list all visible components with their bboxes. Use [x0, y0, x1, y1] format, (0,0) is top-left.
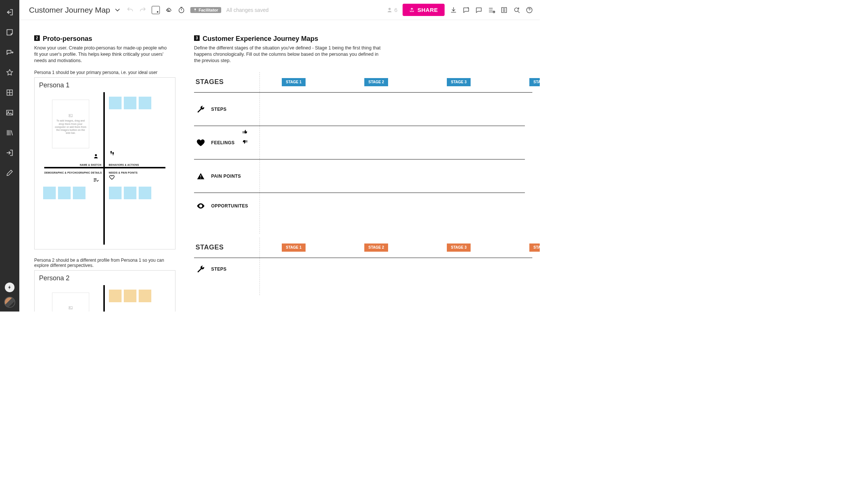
stage-chip[interactable]: STAGE 3	[447, 78, 471, 86]
section-title-journey: 3 Customer Experience Journey Maps	[194, 35, 540, 43]
stage-chip[interactable]: STAGE 2	[364, 243, 388, 252]
comment-arrow-icon[interactable]	[4, 47, 15, 58]
heart-icon	[196, 138, 206, 148]
pain-points-row: PAIN POINTS	[194, 159, 540, 193]
wrench-icon	[196, 104, 206, 114]
image-drop-zone[interactable]: To add images, drag and drop them from y…	[52, 293, 89, 312]
pencil-icon[interactable]	[4, 167, 15, 178]
outline-icon[interactable]	[500, 6, 508, 14]
journey-section: 3 Customer Experience Journey Maps Defin…	[194, 35, 540, 312]
journey-map-2: STAGES STAGE 1 STAGE 2 STAGE 3 STAGE 4 S…	[194, 238, 540, 280]
search-plus-icon[interactable]	[513, 6, 520, 14]
feelings-row: FEELINGS	[194, 126, 540, 159]
steps-label: STEPS	[211, 107, 226, 112]
import-icon[interactable]	[4, 147, 15, 158]
share-button-label: SHARE	[417, 7, 438, 13]
svg-point-13	[113, 155, 114, 155]
persona2-title: Persona 2	[39, 274, 171, 282]
persona1-grid: To add images, drag and drop them from y…	[39, 92, 171, 245]
share-button[interactable]: SHARE	[403, 4, 445, 16]
participant-count[interactable]: 6	[386, 7, 397, 13]
chat-plus-icon[interactable]	[462, 6, 470, 14]
quad-label-name: NAME & SKETCH	[80, 164, 101, 166]
square-dot-icon[interactable]	[152, 6, 160, 14]
topbar: Customer Journey Map Facilitator All cha…	[19, 0, 540, 20]
stage-chip[interactable]: STAGE 4	[529, 243, 540, 252]
persona2-card[interactable]: Persona 2 To add images, drag and drop t…	[34, 270, 175, 312]
participant-count-value: 6	[394, 7, 397, 13]
persona1-card[interactable]: Persona 1 To add images, drag and drop t…	[34, 77, 175, 249]
stages-label: STAGES	[196, 78, 224, 86]
chevron-down-icon[interactable]	[114, 6, 121, 14]
opportunities-label: OPPORTUNITES	[211, 203, 248, 209]
wrench-icon	[196, 264, 206, 274]
image-drop-text: To add images, drag and drop them from y…	[55, 119, 86, 135]
download-icon[interactable]	[450, 6, 457, 14]
stages-label: STAGES	[196, 243, 224, 251]
library-icon[interactable]	[4, 127, 15, 138]
section-number: 2	[34, 35, 40, 41]
sticky-note[interactable]	[139, 97, 151, 109]
board-title[interactable]: Customer Journey Map	[29, 6, 110, 14]
canvas[interactable]: 2 Proto-personas Know your user. Create …	[19, 20, 540, 312]
heart-outline-icon	[109, 174, 116, 181]
footsteps-icon	[109, 150, 116, 157]
stages-row: STAGES STAGE 1 STAGE 2 STAGE 3 STAGE 4	[194, 72, 540, 92]
svg-point-12	[112, 152, 114, 154]
sticky-note[interactable]	[58, 187, 71, 199]
svg-point-16	[200, 205, 201, 207]
user-avatar[interactable]	[4, 297, 15, 308]
svg-point-11	[110, 154, 112, 154]
stages-row: STAGES STAGE 1 STAGE 2 STAGE 3 STAGE 4	[194, 238, 540, 258]
stage-chip[interactable]: STAGE 2	[364, 78, 388, 86]
journey-map-1: STAGES STAGE 1 STAGE 2 STAGE 3 STAGE 4 S…	[194, 72, 540, 219]
sticky-note[interactable]	[73, 187, 85, 199]
persona2-hint: Persona 2 should be a different profile …	[34, 258, 175, 268]
steps-row: STEPS	[194, 93, 540, 126]
chat-icon[interactable]	[475, 6, 483, 14]
quad-label-needs: NEEDS & PAIN POINTS	[109, 171, 138, 174]
exit-icon[interactable]	[4, 7, 15, 18]
redo-icon[interactable]	[139, 6, 146, 14]
section-title-personas: 2 Proto-personas	[34, 35, 175, 43]
sticky-note[interactable]	[109, 187, 122, 199]
section-title-text: Customer Experience Journey Maps	[203, 35, 318, 43]
eye-icon	[196, 201, 206, 211]
stage-chip[interactable]: STAGE 1	[282, 243, 306, 252]
sticky-note[interactable]	[124, 187, 136, 199]
sticky-note[interactable]	[109, 290, 122, 302]
left-rail	[0, 0, 19, 312]
sticky-note[interactable]	[43, 187, 56, 199]
main-area: Customer Journey Map Facilitator All cha…	[19, 0, 540, 312]
stage-chip[interactable]: STAGE 3	[447, 243, 471, 252]
save-status: All changes saved	[226, 7, 269, 13]
facilitator-badge-label: Facilitator	[199, 8, 218, 12]
section-title-text: Proto-personas	[43, 35, 92, 43]
person-icon	[93, 153, 100, 160]
warning-icon	[196, 171, 206, 181]
timer-icon[interactable]	[178, 6, 185, 14]
bolt-icon[interactable]	[5, 283, 14, 292]
facilitator-badge[interactable]: Facilitator	[190, 7, 221, 13]
svg-point-10	[110, 151, 112, 153]
sticky-note[interactable]	[124, 97, 136, 109]
sticky-note[interactable]	[109, 97, 122, 109]
image-icon[interactable]	[4, 107, 15, 118]
svg-point-6	[514, 8, 518, 12]
grid-icon[interactable]	[4, 87, 15, 98]
sticky-note[interactable]	[124, 290, 136, 302]
help-icon[interactable]	[526, 6, 533, 14]
sticky-note[interactable]	[139, 290, 151, 302]
undo-icon[interactable]	[126, 6, 134, 14]
persona1-title: Persona 1	[39, 81, 171, 89]
image-drop-zone[interactable]: To add images, drag and drop them from y…	[52, 100, 89, 148]
stage-chip[interactable]: STAGE 4	[529, 78, 540, 86]
activity-icon[interactable]	[488, 6, 495, 14]
thumbs-down-icon	[242, 139, 248, 146]
steps-label: STEPS	[211, 267, 226, 272]
private-mode-icon[interactable]	[165, 6, 172, 14]
sticky-note-icon[interactable]	[4, 27, 15, 38]
stage-chip[interactable]: STAGE 1	[282, 78, 306, 86]
sticky-note[interactable]	[139, 187, 151, 199]
star-icon[interactable]	[4, 67, 15, 78]
